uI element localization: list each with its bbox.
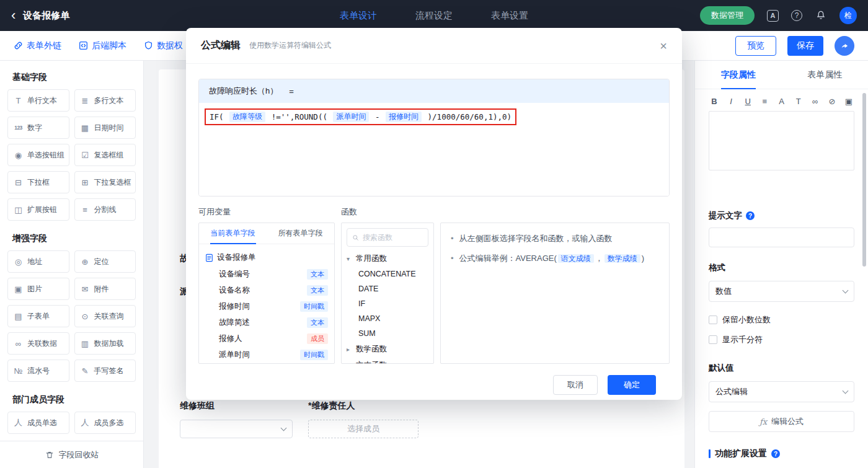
user-avatar[interactable]: 检 — [839, 7, 857, 24]
data-manage-button[interactable]: 数据管理 — [700, 6, 755, 25]
signature-icon: ✎ — [80, 366, 91, 376]
translate-icon[interactable]: A — [767, 10, 779, 22]
radio-group-field-button[interactable]: ◉单选按钮组 — [7, 144, 69, 166]
multi-dropdown-field-button[interactable]: ⊞下拉复选框 — [74, 171, 136, 193]
format-select[interactable]: 数值 — [709, 281, 854, 302]
link-icon[interactable]: ∞ — [811, 97, 820, 106]
function-group-row[interactable]: ▾常用函数 — [347, 250, 428, 267]
data-load-field-button[interactable]: ▥数据加载 — [74, 332, 136, 355]
tab-form-properties[interactable]: 表单属性 — [782, 61, 868, 89]
related-data-field-button[interactable]: ∞关联数据 — [7, 332, 69, 355]
field-chip: 故障等级 — [229, 112, 265, 122]
field-recycle-bin[interactable]: 字段回收站 — [0, 441, 144, 468]
backend-script-button[interactable]: 后端脚本 — [79, 40, 126, 51]
number-field-button[interactable]: 123数字 — [7, 117, 69, 139]
default-value-select[interactable]: 公式编辑 — [709, 381, 854, 402]
modal-footer: 取消 确定 — [198, 364, 670, 395]
serial-number-field-button[interactable]: №流水号 — [7, 360, 69, 382]
field-title-richtext-area[interactable] — [709, 111, 854, 170]
external-link-button[interactable]: 表单外链 — [14, 40, 61, 51]
italic-icon[interactable]: I — [727, 97, 735, 106]
hint-text-input[interactable] — [709, 227, 854, 247]
function-item[interactable]: IF — [347, 296, 428, 311]
close-icon[interactable]: × — [660, 40, 667, 52]
preview-button[interactable]: 预览 — [735, 36, 776, 56]
function-group-row[interactable]: ▸数学函数 — [347, 341, 428, 357]
decimal-checkbox[interactable] — [709, 316, 717, 324]
tab-all-form-fields[interactable]: 所有表单字段 — [267, 223, 334, 244]
unlink-icon[interactable]: ⊘ — [828, 97, 836, 106]
function-search-input[interactable] — [363, 233, 423, 242]
serial-number-icon: № — [13, 366, 24, 376]
field-button-label: 下拉框 — [27, 177, 50, 188]
cancel-button[interactable]: 取消 — [553, 375, 598, 395]
modal-body: 故障响应时长（h） = IF( 故障等级 !='',ROUND(( 派单时间 -… — [186, 64, 682, 395]
function-item[interactable]: DATE — [347, 281, 428, 296]
member-multi-field-button[interactable]: 人成员多选 — [74, 412, 136, 434]
location-field-button[interactable]: ⊕定位 — [74, 250, 136, 273]
function-item[interactable]: SUM — [347, 326, 428, 341]
variable-field-row[interactable]: 报修人成员 — [205, 330, 328, 347]
function-item[interactable]: CONCATENATE — [347, 267, 428, 281]
lookup-field-button[interactable]: ⊙关联查询 — [74, 305, 136, 327]
variable-field-name: 故障简述 — [219, 317, 250, 328]
extend-button-field-button[interactable]: ◫扩展按钮 — [7, 198, 69, 221]
subform-icon: ▤ — [13, 312, 24, 321]
divider-field-button[interactable]: ≡分割线 — [74, 198, 136, 221]
address-field-button[interactable]: ◎地址 — [7, 250, 69, 273]
multi-line-text-icon: ≣ — [80, 96, 91, 105]
tab-field-properties[interactable]: 字段属性 — [695, 61, 782, 89]
tab-form-design[interactable]: 表单设计 — [340, 10, 377, 22]
field-button-label: 关联数据 — [27, 338, 57, 349]
form-node[interactable]: 设备报修单 — [205, 249, 328, 266]
dropdown-field-button[interactable]: ⊟下拉框 — [7, 171, 69, 193]
picture-field-button[interactable]: ▣图片 — [7, 278, 69, 300]
datetime-field-button[interactable]: ▦日期时间 — [74, 117, 136, 139]
checkbox-group-field-button[interactable]: ☑复选框组 — [74, 144, 136, 166]
formula-input-area[interactable]: IF( 故障等级 !='',ROUND(( 派单时间 - 报修时间 )/1000… — [199, 103, 669, 196]
underline-icon[interactable]: U — [743, 97, 752, 106]
hint-help-icon[interactable]: ? — [746, 211, 755, 220]
maintenance-team-select[interactable] — [180, 420, 293, 438]
function-group-row[interactable]: ▸文本函数 — [347, 357, 428, 364]
variable-field-row[interactable]: 派单时间时间戳 — [205, 347, 328, 363]
back-icon[interactable]: ‹ — [11, 9, 16, 22]
variable-field-name: 设备名称 — [219, 285, 250, 296]
tab-form-settings[interactable]: 表单设置 — [491, 10, 528, 22]
variable-field-row[interactable]: 设备名称文本 — [205, 282, 328, 298]
number-icon: 123 — [13, 125, 24, 131]
section-accent-bar — [709, 449, 711, 458]
thousand-separator-checkbox[interactable] — [709, 335, 717, 344]
function-search-box[interactable] — [347, 228, 428, 247]
confirm-button[interactable]: 确定 — [608, 375, 656, 395]
bold-icon[interactable]: B — [710, 97, 719, 106]
tab-flow-settings[interactable]: 流程设定 — [415, 10, 453, 22]
attachment-field-button[interactable]: ✉附件 — [74, 278, 136, 300]
function-item[interactable]: MAPX — [347, 311, 428, 326]
notification-bell-icon[interactable] — [815, 9, 827, 22]
align-icon[interactable]: ≡ — [760, 97, 769, 106]
tab-current-form-fields[interactable]: 当前表单字段 — [199, 223, 267, 244]
variable-field-row[interactable]: 报修时间时间戳 — [205, 298, 328, 314]
share-button[interactable] — [835, 36, 854, 56]
decimal-checkbox-row: 保留小数位数 — [709, 314, 854, 325]
variable-field-row[interactable]: 故障简述文本 — [205, 314, 328, 330]
multi-line-text-field-button[interactable]: ≣多行文本 — [74, 89, 136, 112]
insert-image-icon[interactable]: ▣ — [844, 97, 853, 106]
single-line-text-field-button[interactable]: T单行文本 — [7, 89, 69, 112]
function-group-label: 文本函数 — [356, 360, 387, 364]
member-single-field-button[interactable]: 人成员单选 — [7, 412, 69, 434]
font-size-icon[interactable]: T — [794, 97, 803, 106]
subform-field-button[interactable]: ▤子表单 — [7, 305, 69, 327]
extension-help-icon[interactable]: ? — [771, 449, 780, 458]
help-icon[interactable]: ? — [791, 10, 802, 21]
select-member-button[interactable]: 选择成员 — [308, 420, 418, 438]
save-button[interactable]: 保存 — [787, 36, 823, 56]
field-palette-sidebar: 基础字段T单行文本≣多行文本123数字▦日期时间◉单选按钮组☑复选框组⊟下拉框⊞… — [0, 61, 144, 468]
window-scrollbar-thumb[interactable] — [862, 93, 866, 267]
edit-formula-button[interactable]: ƒx 编辑公式 — [709, 411, 854, 432]
data-permission-button[interactable]: 数据权 — [144, 40, 183, 51]
font-color-icon[interactable]: A — [777, 97, 786, 106]
signature-field-button[interactable]: ✎手写签名 — [74, 360, 136, 382]
variable-field-row[interactable]: 设备编号文本 — [205, 266, 328, 282]
